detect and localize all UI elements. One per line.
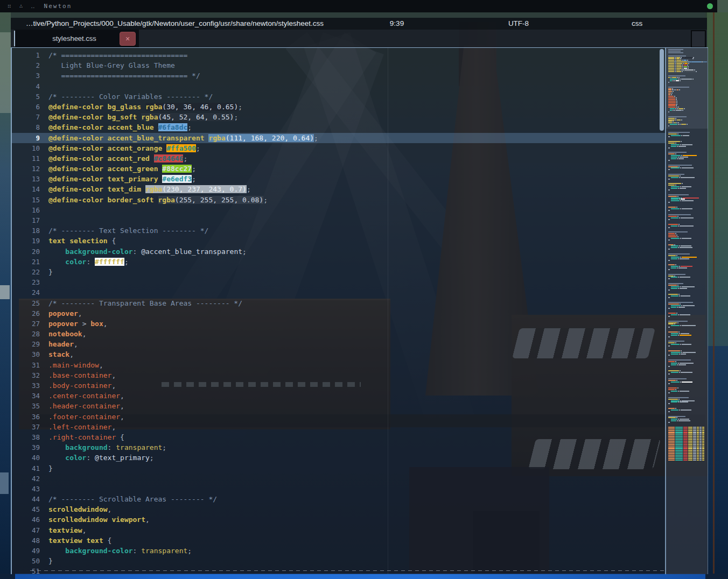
code-line[interactable]: 2 Light Blue-Grey Glass Theme [12, 60, 665, 70]
tab-stylesheet-css[interactable]: stylesheet.css × [15, 30, 139, 47]
code-line[interactable]: 23 [12, 277, 665, 287]
code-line[interactable]: 22} [12, 267, 665, 277]
code-line[interactable]: 32.base-container, [12, 370, 665, 380]
language-label: css [632, 19, 642, 27]
line-number: 42 [12, 474, 48, 484]
bottom-dashed-line [30, 570, 666, 571]
code-line[interactable]: 30stack, [12, 349, 665, 359]
line-number: 9 [12, 133, 48, 143]
tab-close-button[interactable]: × [120, 32, 136, 46]
code-token: scrolledwindow [48, 505, 108, 513]
code-line[interactable]: 40 color: @text_primary; [12, 453, 665, 463]
code-token: rgba [145, 103, 162, 111]
code-line[interactable]: 42 [12, 474, 665, 484]
minimap-row [668, 456, 704, 457]
code-line[interactable]: 39 background: transparent; [12, 442, 665, 453]
minimap-row [668, 60, 688, 61]
line-number: 18 [12, 225, 48, 236]
code-line[interactable]: 16 [12, 205, 665, 215]
minimap-row [671, 208, 692, 209]
code-line[interactable]: 19text selection { [12, 236, 665, 246]
code-line[interactable]: 18/* -------- Text Selection -------- */ [12, 225, 665, 236]
code-line[interactable]: 25/* -------- Transparent Base Areas ---… [12, 298, 665, 308]
code-line[interactable]: 46scrolledwindow viewport, [12, 514, 665, 525]
code-line[interactable]: 20 background-color: @accent_blue_transp… [12, 246, 665, 257]
minimap-row [668, 383, 670, 384]
minimap-row [668, 99, 677, 100]
workspace-icon-1[interactable]: ∷ [8, 3, 12, 10]
code-token: @accent_blue_transparent [141, 248, 242, 256]
code-token: .footer-container [48, 413, 120, 421]
code-line[interactable]: 1/* ============================== [12, 50, 665, 60]
code-line[interactable]: 27popover > box, [12, 319, 665, 329]
code-line[interactable]: 28notebook, [12, 329, 665, 339]
code-line[interactable]: 8@define-color accent_blue #6fa8dc; [12, 122, 665, 132]
code-line[interactable]: 38.right-container { [12, 432, 665, 442]
minimap[interactable] [666, 48, 708, 574]
code-line[interactable]: 31.main-window, [12, 360, 665, 370]
code-token [103, 196, 108, 204]
vertical-scrollbar[interactable] [659, 48, 665, 574]
code-token: /* -------- Text Selection -------- */ [48, 227, 208, 235]
code-line[interactable]: 49 background-color: transparent; [12, 546, 665, 556]
wallpaper-detail [0, 32, 11, 113]
minimap-row [668, 55, 686, 57]
code-line[interactable]: 13@define-color text_primary #e6edf3; [12, 174, 665, 184]
minimap-row [668, 450, 704, 451]
code-line[interactable]: 21 color: #ffffff; [12, 257, 665, 267]
code-line[interactable]: 10@define-color accent_orange #ffa500; [12, 143, 665, 153]
window-right-edge [708, 48, 708, 574]
code-line[interactable]: 36.footer-container, [12, 412, 665, 422]
code-line[interactable]: 4 [12, 81, 665, 91]
line-number: 2 [12, 60, 48, 70]
code-line[interactable]: 41} [12, 463, 665, 474]
code-token: @define-color [48, 123, 103, 131]
code-line[interactable]: 48textview text { [12, 535, 665, 546]
line-number: 38 [12, 432, 48, 442]
path-statusbar: …tive/Python_Projects/000_Usable/gtk/New… [11, 18, 707, 30]
code-line[interactable]: 9@define-color accent_blue_transparent r… [12, 133, 665, 143]
line-number: 4 [12, 81, 48, 91]
code-line[interactable]: 50} [12, 556, 665, 566]
code-line[interactable]: 29header, [12, 339, 665, 349]
code-token: .left-container [48, 423, 111, 431]
code-token: , [111, 371, 116, 379]
minimap-row [668, 102, 677, 103]
code-line[interactable]: 24 [12, 287, 665, 298]
code-token: ; [150, 454, 154, 462]
workspace-icon-2[interactable]: ∴ [19, 3, 24, 10]
code-line[interactable]: 11@define-color accent_red #c84646; [12, 153, 665, 164]
minimap-row [668, 255, 677, 256]
minimap-row [668, 51, 681, 52]
code-line[interactable]: 7@define-color bg_soft rgba(45, 52, 64, … [12, 112, 665, 122]
minimap-row [668, 373, 670, 375]
code-line[interactable]: 5/* -------- Color Variables -------- */ [12, 91, 665, 102]
code-token: @define-color [48, 165, 103, 173]
line-number: 37 [12, 422, 48, 432]
code-line[interactable]: 26popover, [12, 308, 665, 319]
workspace-icon-3[interactable]: ‥ [31, 3, 35, 10]
code-line[interactable]: 45scrolledwindow, [12, 504, 665, 514]
minimap-row [671, 325, 696, 326]
code-line[interactable]: 47textview, [12, 525, 665, 535]
code-line[interactable]: 3 ============================== */ [12, 70, 665, 81]
code-token: , [69, 350, 74, 358]
code-line[interactable]: 17 [12, 215, 665, 225]
code-line[interactable]: 37.left-container, [12, 422, 665, 432]
code-token: , [111, 423, 116, 431]
minimap-row [668, 89, 680, 90]
code-line[interactable]: 12@define-color accent_green #88cc27; [12, 164, 665, 174]
code-line[interactable]: 44/* -------- Scrollable Areas -------- … [12, 494, 665, 504]
code-textview[interactable]: 1/* ==============================2 Ligh… [12, 50, 665, 574]
code-line[interactable]: 43 [12, 484, 665, 494]
code-line[interactable]: 34.center-container, [12, 391, 665, 401]
code-token: /* ============================== [48, 51, 187, 59]
code-line[interactable]: 33.body-container, [12, 380, 665, 391]
code-line[interactable]: 35.header-container, [12, 401, 665, 411]
scrollbar-thumb[interactable] [660, 49, 664, 131]
minimap-row [668, 313, 677, 314]
code-line[interactable]: 6@define-color bg_glass rgba(30, 36, 46,… [12, 102, 665, 112]
code-line[interactable]: 14@define-color text_dim rgba(230, 237, … [12, 184, 665, 194]
code-line[interactable]: 15@define-color border_soft rgba(255, 25… [12, 195, 665, 205]
minimap-row [668, 121, 674, 122]
